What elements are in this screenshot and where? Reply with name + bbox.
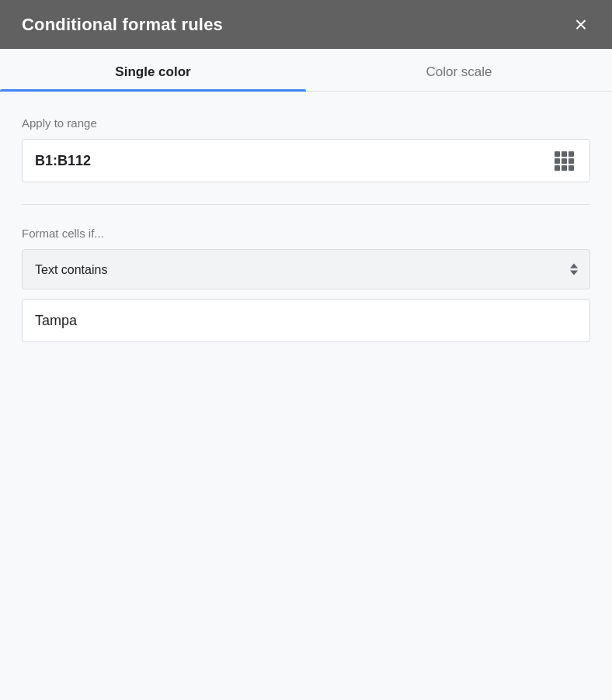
panel-header: Conditional format rules × (0, 0, 612, 49)
grid-cell (562, 158, 567, 164)
condition-value-input[interactable] (22, 299, 590, 342)
panel-title: Conditional format rules (22, 15, 223, 35)
grid-cell (555, 165, 560, 171)
range-section: Apply to range (22, 116, 590, 182)
grid-selector-button[interactable] (551, 148, 577, 174)
range-input[interactable] (35, 153, 551, 169)
grid-cell (555, 158, 560, 164)
condition-select-container: Text contains Text does not contain Text… (22, 249, 590, 289)
grid-icon (555, 151, 574, 171)
grid-cell (569, 165, 574, 171)
grid-cell (562, 151, 567, 157)
format-section: Format cells if... Text contains Text do… (22, 227, 590, 342)
close-button[interactable]: × (572, 11, 590, 39)
section-divider (22, 204, 590, 205)
tabs-container: Single color Color scale (0, 49, 612, 92)
range-input-container (22, 139, 590, 182)
grid-cell (569, 151, 574, 157)
panel-content: Apply to range (0, 92, 612, 700)
format-condition-label: Format cells if... (22, 227, 590, 240)
tab-single-color[interactable]: Single color (0, 49, 306, 91)
conditional-format-panel: Conditional format rules × Single color … (0, 0, 612, 700)
grid-cell (562, 165, 567, 171)
range-label: Apply to range (22, 116, 590, 130)
grid-cell (555, 151, 560, 157)
tab-color-scale[interactable]: Color scale (306, 49, 612, 91)
grid-cell (569, 158, 574, 164)
condition-select[interactable]: Text contains Text does not contain Text… (22, 249, 590, 289)
